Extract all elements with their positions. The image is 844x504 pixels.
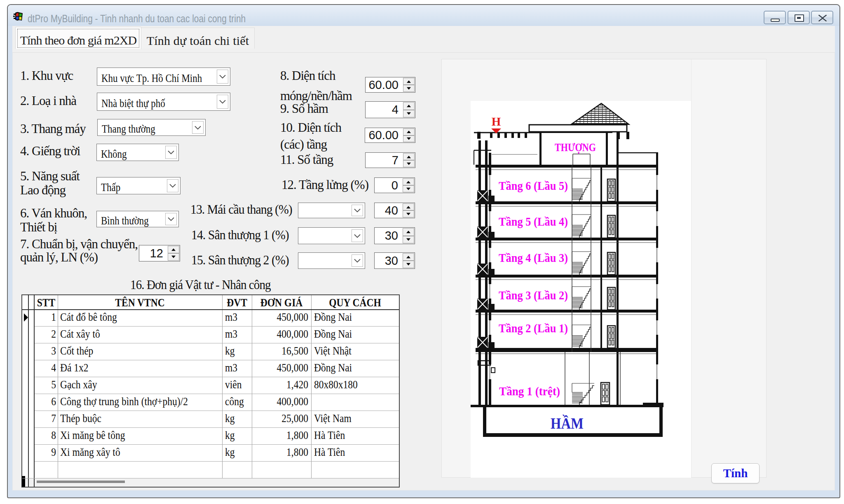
svg-text:Tầng 1 (trệt): Tầng 1 (trệt) [499,385,560,398]
svg-text:Tầng 5 (Lầu 4): Tầng 5 (Lầu 4) [499,215,568,229]
svg-text:HẦM: HẦM [551,415,584,432]
svg-text:THƯỢNG: THƯỢNG [555,141,596,154]
svg-text:Tầng 4 (Lầu 3): Tầng 4 (Lầu 3) [499,251,568,265]
svg-text:Tầng 6 (Lầu 5): Tầng 6 (Lầu 5) [499,179,568,193]
svg-text:Tầng 3 (Lầu 2): Tầng 3 (Lầu 2) [499,289,568,302]
svg-text:Tầng 2 (Lầu 1): Tầng 2 (Lầu 1) [499,322,568,335]
svg-text:H: H [492,115,501,128]
